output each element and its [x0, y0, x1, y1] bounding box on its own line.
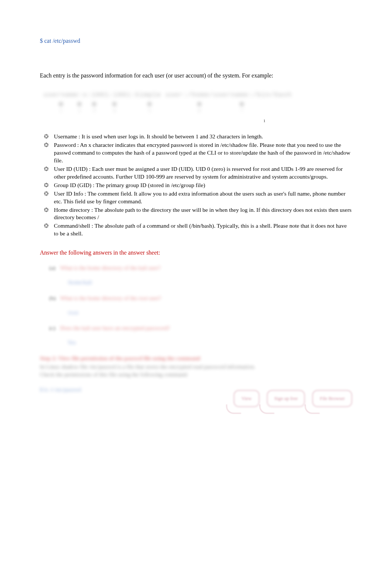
- question-c: (c) Does the kali user have an encrypted…: [49, 324, 352, 332]
- question-b: (b) What is the home directory of the ro…: [49, 294, 352, 302]
- bubble-signup[interactable]: Sign up free: [267, 390, 305, 407]
- sample-entry: username:x:1001:1001:Simple user:/home/u…: [44, 90, 352, 99]
- bullet-icon: ⯐: [44, 206, 54, 222]
- question-a: (a) What is the home directory of the ka…: [49, 264, 352, 272]
- question-text: What is the home directory of the kali u…: [60, 264, 161, 272]
- list-item: ⯐ User ID (UID) : Each user must be assi…: [44, 165, 352, 181]
- bullet-icon: ⯐: [44, 165, 54, 181]
- step-2-heading: Step 2: View file permission of the pass…: [40, 355, 352, 362]
- command-cat-passwd: $ cat /etc/passwd: [40, 37, 352, 45]
- question-number: (a): [49, 264, 60, 272]
- list-item: ⯐ Password : An x character indicates th…: [44, 141, 352, 165]
- bullet-icon: ⯐: [44, 141, 54, 165]
- bullet-icon: ⯐: [44, 133, 54, 141]
- list-item: ⯐ Command/shell : The absolute path of a…: [44, 222, 352, 238]
- question-number: (b): [49, 294, 60, 302]
- question-text: Does the kali user have an encrypted pas…: [60, 324, 170, 332]
- step-2-description: In Linux shadow file /etc/passwd is a fi…: [40, 363, 352, 379]
- intro-paragraph: Each entry is the password information f…: [40, 72, 352, 80]
- list-item: ⯐ Group ID (GID) : The primary group ID …: [44, 182, 352, 189]
- bubble-view[interactable]: View: [234, 390, 259, 407]
- list-item: ⯐ Home directory : The absolute path to …: [44, 206, 352, 222]
- list-item: ⯐ Username : It is used when user logs i…: [44, 133, 352, 141]
- answer-b: /root: [49, 309, 352, 317]
- page-number: 1: [40, 118, 352, 124]
- question-group: (a) What is the home directory of the ka…: [40, 264, 352, 347]
- answer-a: /home/kali: [49, 279, 352, 286]
- question-number: (c): [49, 324, 60, 332]
- bubble-file-browser[interactable]: File Browser: [312, 390, 352, 407]
- bullet-icon: ⯐: [44, 190, 54, 206]
- answer-c: Yes: [49, 339, 352, 346]
- callout-bubbles: View Sign up free File Browser: [40, 390, 352, 407]
- bullet-icon: ⯐: [44, 182, 54, 189]
- answer-sheet-heading: Answer the following answers in the answ…: [40, 249, 352, 257]
- field-definitions-list: ⯐ Username : It is used when user logs i…: [40, 133, 352, 238]
- bullet-icon: ⯐: [44, 222, 54, 238]
- question-text: What is the home directory of the root u…: [60, 294, 161, 302]
- field-markers: 1 2 3 4 5 6 7: [44, 102, 352, 114]
- list-item: ⯐ User ID Info : The comment field. It a…: [44, 190, 352, 206]
- passwd-entry-diagram: username:x:1001:1001:Simple user:/home/u…: [44, 90, 352, 114]
